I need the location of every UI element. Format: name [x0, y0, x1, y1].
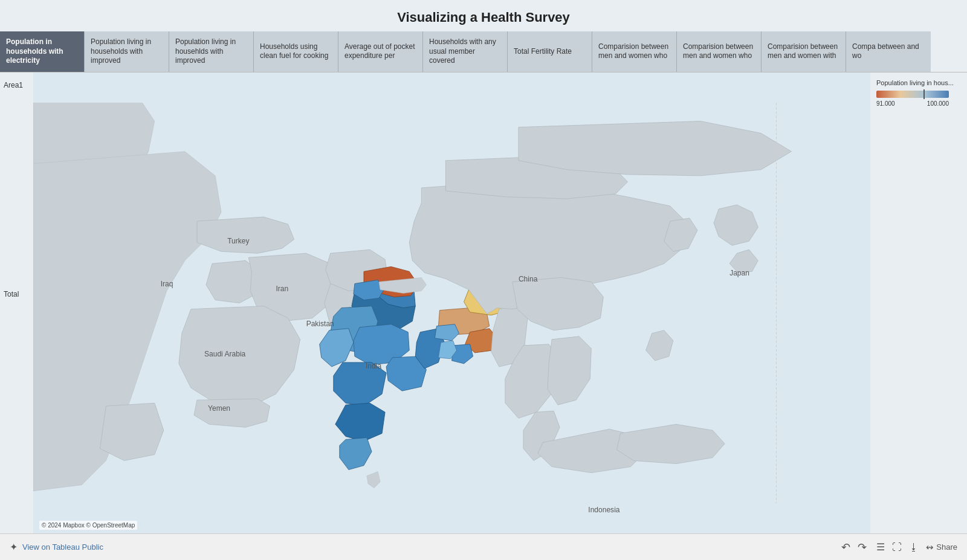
share-button[interactable]: ↭ Share [926, 542, 957, 553]
main-container: Visualizing a Health Survey Population i… [0, 0, 967, 560]
tab-fertility[interactable]: Total Fertility Rate [508, 31, 592, 72]
view-tableau-label[interactable]: View on Tableau Public [22, 542, 103, 552]
tab-improved2[interactable]: Population living in househlds with impr… [169, 31, 254, 72]
content-area: Area1 Total [0, 72, 967, 533]
total-label: Total [0, 286, 33, 302]
legend-max: 100.000 [927, 100, 949, 107]
map-container: Turkey Iraq Iran Saudi Arabia Yemen Paki… [33, 72, 870, 533]
redo-icon[interactable]: ↷ [858, 541, 867, 554]
share-icon: ↭ [926, 542, 934, 553]
tab-covered[interactable]: Households with any usual member covered [423, 31, 508, 72]
legend-labels: 91.000 100.000 [876, 100, 949, 107]
legend-gradient [876, 91, 949, 98]
share-label: Share [936, 542, 957, 552]
tab-comparison3[interactable]: Comparision between men and women with [762, 31, 846, 72]
download-icon[interactable]: ⭳ [909, 542, 919, 553]
tab-electricity[interactable]: Population in households with electricit… [0, 31, 85, 72]
left-labels: Area1 Total [0, 72, 33, 533]
legend-panel: Population living in hous... 91.000 100.… [870, 72, 967, 533]
tab-comparison2[interactable]: Comparision between men and women who [677, 31, 762, 72]
tab-expenditure[interactable]: Average out of pocket expenditure per [338, 31, 423, 72]
legend-marker [923, 89, 925, 99]
tab-clean-fuel[interactable]: Households using clean fuel for cooking [254, 31, 338, 72]
settings-icon[interactable]: ☰ [876, 541, 885, 553]
area-label: Area1 [0, 77, 33, 93]
tab-comparison1[interactable]: Comparision between men and women who [592, 31, 677, 72]
tab-improved1[interactable]: Population living in households with imp… [85, 31, 169, 72]
tableau-icon: ✦ [10, 541, 18, 553]
bottom-right: ↶ ↷ ☰ ⛶ ⭳ ↭ Share [841, 541, 957, 554]
page-title: Visualizing a Health Survey [0, 0, 967, 31]
legend-title: Population living in hous... [876, 79, 961, 87]
tabs-row: Population in households with electricit… [0, 31, 967, 72]
svg-text:Indonesia: Indonesia [588, 506, 619, 514]
bottom-bar: ✦ View on Tableau Public ↶ ↷ ☰ ⛶ ⭳ ↭ Sha… [0, 533, 967, 560]
map-copyright: © 2024 Mapbox © OpenStreetMap [39, 521, 137, 530]
undo-icon[interactable]: ↶ [841, 541, 850, 554]
legend-min: 91.000 [876, 100, 895, 107]
map-svg: Turkey Iraq Iran Saudi Arabia Yemen Paki… [33, 72, 870, 533]
expand-icon[interactable]: ⛶ [892, 542, 902, 553]
tab-comparison4[interactable]: Compa between and wo [846, 31, 931, 72]
bottom-left: ✦ View on Tableau Public [10, 541, 103, 553]
